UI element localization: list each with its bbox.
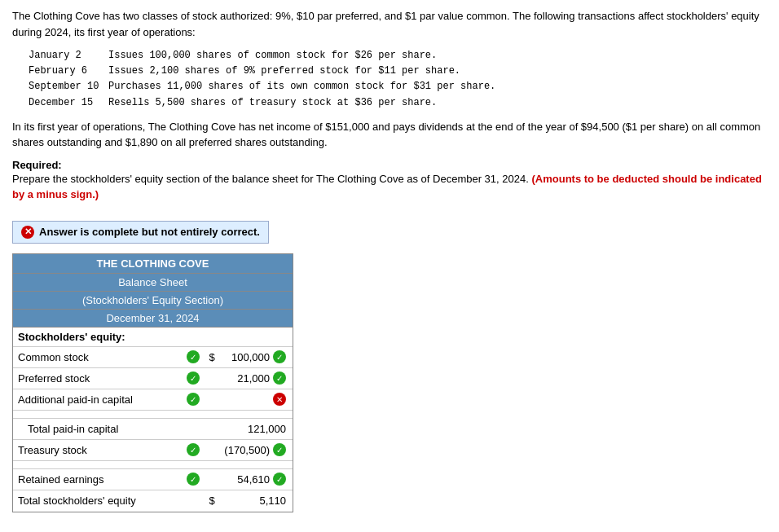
treasury-stock-value: (170,500) ✓ (219, 441, 293, 459)
intro-paragraph1: The Clothing Cove has two classes of sto… (12, 8, 767, 40)
transaction-row-1: January 2 Issues 100,000 shares of commo… (29, 48, 767, 64)
treasury-stock-row-check[interactable]: ✓ (182, 441, 205, 459)
trans-date-1: January 2 (29, 48, 102, 64)
trans-date-4: December 15 (29, 95, 102, 111)
transaction-row-2: February 6 Issues 2,100 shares of 9% pre… (29, 64, 767, 79)
treasury-stock-value-check[interactable]: ✓ (273, 443, 286, 456)
answer-badge: ✕ Answer is complete but not entirely co… (12, 221, 269, 244)
bs-equity-label: Stockholders' equity: (13, 328, 293, 347)
bs-spacer-2 (13, 461, 293, 469)
answer-badge-text: Answer is complete but not entirely corr… (39, 226, 260, 238)
common-stock-dollar: $ (205, 351, 219, 363)
retained-earnings-value-check[interactable]: ✓ (273, 473, 286, 486)
trans-detail-1: Issues 100,000 shares of common stock fo… (108, 48, 437, 64)
treasury-stock-label: Treasury stock (13, 442, 182, 459)
trans-detail-2: Issues 2,100 shares of 9% preferred stoc… (108, 64, 460, 79)
balance-sheet: THE CLOTHING COVE Balance Sheet (Stockho… (12, 253, 293, 512)
total-paid-in-value: 121,000 (219, 420, 293, 437)
transaction-row-4: December 15 Resells 5,500 shares of trea… (29, 95, 767, 111)
retained-earnings-value: 54,610 ✓ (219, 470, 293, 488)
bs-subtitle: Balance Sheet (13, 274, 293, 292)
bs-row-total-paid-in: Total paid-in capital 121,000 (13, 419, 293, 440)
common-stock-value: 100,000 ✓ (219, 348, 293, 366)
total-equity-dollar: $ (205, 495, 219, 507)
required-label: Required: (12, 159, 62, 171)
preferred-stock-value: 21,000 ✓ (219, 369, 293, 387)
additional-paid-in-x[interactable]: ✕ (273, 393, 286, 406)
required-desc: Prepare the stockholders' equity section… (12, 171, 767, 203)
income-paragraph: In its first year of operations, The Clo… (12, 119, 767, 151)
bs-row-total-equity: Total stockholders' equity $ 5,110 (13, 490, 293, 512)
bs-row-additional-paid-in: Additional paid-in capital ✓ ✕ (13, 389, 293, 411)
bs-title: THE CLOTHING COVE (13, 254, 293, 274)
bs-date: December 31, 2024 (13, 310, 293, 328)
bs-row-treasury-stock: Treasury stock ✓ (170,500) ✓ (13, 440, 293, 461)
total-paid-in-label: Total paid-in capital (13, 420, 219, 437)
total-equity-value: 5,110 (219, 492, 293, 509)
transactions-list: January 2 Issues 100,000 shares of commo… (29, 48, 767, 111)
trans-date-2: February 6 (29, 64, 102, 79)
bs-section: (Stockholders' Equity Section) (13, 292, 293, 310)
additional-paid-in-label: Additional paid-in capital (13, 391, 182, 408)
common-stock-value-check[interactable]: ✓ (273, 350, 286, 363)
preferred-stock-value-check[interactable]: ✓ (273, 372, 286, 385)
preferred-stock-label: Preferred stock (13, 370, 182, 387)
preferred-stock-row-check[interactable]: ✓ (182, 369, 205, 387)
transaction-row-3: September 10 Purchases 11,000 shares of … (29, 79, 767, 95)
bs-spacer-1 (13, 411, 293, 419)
trans-detail-4: Resells 5,500 shares of treasury stock a… (108, 95, 437, 111)
retained-earnings-label: Retained earnings (13, 471, 182, 488)
additional-paid-in-value[interactable]: ✕ (219, 390, 293, 408)
bs-row-retained-earnings: Retained earnings ✓ 54,610 ✓ (13, 469, 293, 490)
trans-date-3: September 10 (29, 79, 102, 95)
total-equity-label: Total stockholders' equity (13, 492, 182, 509)
total-equity-icon-spacer (182, 499, 205, 503)
common-stock-label: Common stock (13, 349, 182, 366)
trans-detail-3: Purchases 11,000 shares of its own commo… (108, 79, 495, 95)
additional-paid-in-row-check[interactable]: ✓ (182, 390, 205, 408)
required-section: Required: Prepare the stockholders' equi… (12, 159, 767, 203)
badge-x-icon: ✕ (21, 226, 34, 239)
bs-row-common-stock: Common stock ✓ $ 100,000 ✓ (13, 347, 293, 368)
common-stock-row-check[interactable]: ✓ (182, 348, 205, 366)
bs-row-preferred-stock: Preferred stock ✓ 21,000 ✓ (13, 368, 293, 389)
retained-earnings-row-check[interactable]: ✓ (182, 470, 205, 488)
